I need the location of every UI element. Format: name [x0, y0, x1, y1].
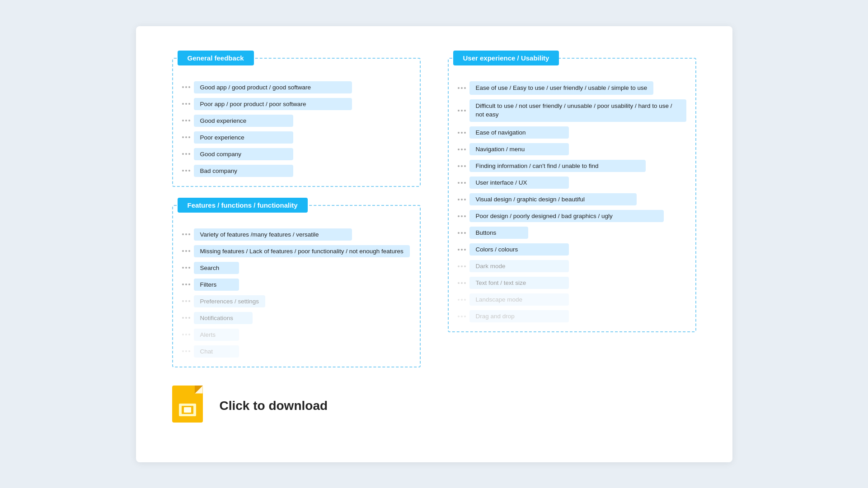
dot-decorator	[182, 136, 190, 138]
list-item: Drag and drop	[458, 310, 686, 322]
list-item: Dark mode	[458, 260, 686, 272]
content-grid: General feedback Good app / good product…	[172, 53, 696, 367]
tag-missing-features: Missing features / Lack of features / po…	[194, 245, 410, 257]
ux-section: User experience / Usability Ease of use …	[448, 58, 696, 333]
list-item: Good experience	[182, 115, 411, 127]
left-column: General feedback Good app / good product…	[172, 53, 421, 367]
dot-decorator	[458, 110, 466, 112]
list-item: Filters	[182, 279, 411, 291]
list-item: Notifications	[182, 312, 411, 324]
list-item: Poor app / poor product / poor software	[182, 98, 411, 110]
general-feedback-header: General feedback	[178, 51, 254, 65]
list-item: Buttons	[458, 227, 686, 239]
tag-good-company: Good company	[194, 148, 293, 160]
tag-good-app: Good app / good product / good software	[194, 81, 352, 93]
tag-search: Search	[194, 262, 239, 274]
dot-decorator	[182, 317, 190, 319]
tag-chat: Chat	[194, 345, 239, 358]
tag-ease-of-use: Ease of use / Easy to use / user friendl…	[469, 81, 654, 95]
list-item: Preferences / settings	[182, 295, 411, 307]
dot-decorator	[182, 86, 190, 88]
tag-finding-information: Finding information / can't find / unabl…	[469, 160, 646, 172]
tag-notifications: Notifications	[194, 312, 253, 324]
main-card: General feedback Good app / good product…	[136, 26, 732, 462]
tag-dark-mode: Dark mode	[469, 260, 569, 272]
tag-drag-drop: Drag and drop	[469, 310, 569, 322]
tag-poor-design: Poor design / poorly designed / bad grap…	[469, 210, 664, 222]
list-item: Finding information / can't find / unabl…	[458, 160, 686, 172]
tag-visual-design: Visual design / graphic design / beautif…	[469, 193, 637, 205]
list-item: Ease of navigation	[458, 126, 686, 139]
dot-decorator	[458, 316, 466, 317]
list-item: Poor design / poorly designed / bad grap…	[458, 210, 686, 222]
tag-text-font: Text font / text size	[469, 277, 569, 289]
tag-alerts: Alerts	[194, 329, 239, 341]
dot-decorator	[182, 153, 190, 155]
dot-decorator	[458, 87, 466, 89]
list-item: Poor experience	[182, 131, 411, 144]
ux-header: User experience / Usability	[453, 51, 559, 65]
features-header: Features / functions / functionality	[178, 198, 308, 213]
list-item: Variety of features /many features / ver…	[182, 228, 411, 241]
dot-decorator	[458, 249, 466, 251]
list-item: Search	[182, 262, 411, 274]
dot-decorator	[458, 149, 466, 150]
download-text: Click to download	[220, 399, 328, 413]
tag-good-experience: Good experience	[194, 115, 293, 127]
dot-decorator	[182, 350, 190, 352]
dot-decorator	[182, 334, 190, 335]
tag-poor-experience: Poor experience	[194, 131, 293, 144]
download-section[interactable]: Click to download	[172, 386, 696, 426]
tag-filters: Filters	[194, 279, 239, 291]
tag-preferences: Preferences / settings	[194, 295, 266, 307]
list-item: Difficult to use / not user friendly / u…	[458, 99, 686, 122]
list-item: Visual design / graphic design / beautif…	[458, 193, 686, 205]
dot-decorator	[182, 267, 190, 269]
dot-decorator	[458, 299, 466, 301]
dot-decorator	[458, 132, 466, 134]
list-item: Colors / colours	[458, 243, 686, 256]
dot-decorator	[458, 199, 466, 200]
dot-decorator	[458, 165, 466, 167]
tag-ease-of-navigation: Ease of navigation	[469, 126, 569, 139]
tag-bad-company: Bad company	[194, 165, 293, 177]
dot-decorator	[458, 182, 466, 184]
tag-buttons: Buttons	[469, 227, 528, 239]
features-section: Features / functions / functionality Var…	[172, 205, 421, 367]
ux-list: Ease of use / Easy to use / user friendl…	[458, 81, 686, 323]
list-item: Good company	[182, 148, 411, 160]
tag-navigation-menu: Navigation / menu	[469, 143, 569, 155]
dot-decorator	[182, 170, 190, 172]
tag-poor-app: Poor app / poor product / poor software	[194, 98, 352, 110]
google-slides-icon	[172, 386, 206, 426]
list-item: Ease of use / Easy to use / user friendl…	[458, 81, 686, 95]
dot-decorator	[182, 120, 190, 121]
list-item: User interface / UX	[458, 177, 686, 189]
general-feedback-list: Good app / good product / good software …	[182, 81, 411, 177]
list-item: Good app / good product / good software	[182, 81, 411, 93]
list-item: Bad company	[182, 165, 411, 177]
tag-difficult-to-use: Difficult to use / not user friendly / u…	[469, 99, 686, 122]
list-item: Navigation / menu	[458, 143, 686, 155]
right-column: User experience / Usability Ease of use …	[448, 53, 696, 367]
dot-decorator	[458, 232, 466, 234]
dot-decorator	[458, 265, 466, 267]
dot-decorator	[182, 250, 190, 252]
list-item: Alerts	[182, 329, 411, 341]
tag-colors: Colors / colours	[469, 243, 569, 256]
general-feedback-section: General feedback Good app / good product…	[172, 58, 421, 187]
list-item: Chat	[182, 345, 411, 358]
dot-decorator	[182, 233, 190, 235]
dot-decorator	[458, 282, 466, 284]
dot-decorator	[458, 215, 466, 217]
list-item: Missing features / Lack of features / po…	[182, 245, 411, 257]
features-list: Variety of features /many features / ver…	[182, 228, 411, 358]
list-item: Landscape mode	[458, 293, 686, 306]
tag-variety-features: Variety of features /many features / ver…	[194, 228, 352, 241]
list-item: Text font / text size	[458, 277, 686, 289]
tag-user-interface: User interface / UX	[469, 177, 569, 189]
dot-decorator	[182, 284, 190, 285]
dot-decorator	[182, 300, 190, 302]
tag-landscape-mode: Landscape mode	[469, 293, 569, 306]
dot-decorator	[182, 103, 190, 105]
